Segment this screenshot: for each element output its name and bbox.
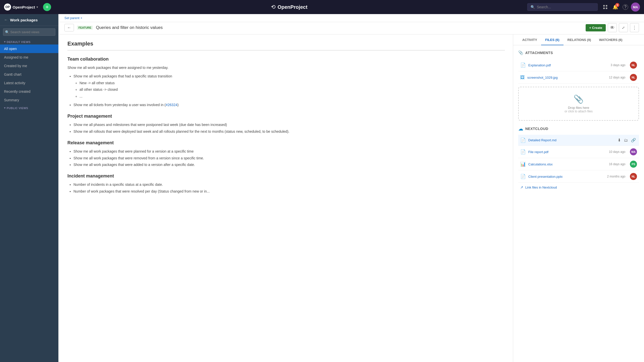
tab-activity[interactable]: ACTIVITY (518, 34, 541, 45)
header-actions: + Create 👁 ⤢ ⋮ (586, 23, 639, 32)
attachment-name-link[interactable]: screenshot_1029.jpg (527, 76, 607, 79)
grid-icon-button[interactable] (601, 3, 610, 12)
more-icon-button[interactable]: ⋮ (630, 23, 639, 32)
help-button[interactable]: ? (621, 3, 630, 12)
sidebar-section-label: PUBLIC VIEWS (7, 107, 28, 110)
help-icon: ? (623, 4, 628, 10)
search-icon: 🔍 (531, 5, 535, 9)
section-team-intro: Show me all work packages that were assi… (67, 65, 505, 70)
back-button[interactable]: ← (64, 24, 74, 31)
attachments-title: ATTACHMENTS (525, 51, 553, 55)
tab-files[interactable]: FILES (6) (541, 34, 563, 45)
list-item: New -> all other status (79, 80, 505, 86)
attachment-avatar: NL (630, 62, 637, 69)
collapse-icon: ▾ (4, 40, 6, 43)
nc-link-files-row[interactable]: ↗ Link files in Nextcloud (518, 183, 639, 192)
sidebar-search-icon: 🔍 (5, 30, 9, 34)
tab-relations[interactable]: RELATIONS (9) (564, 34, 595, 45)
wp-tabs: ACTIVITY FILES (6) RELATIONS (9) WATCHER… (513, 34, 644, 45)
section-incident-mgmt: Incident management (67, 173, 505, 179)
feature-badge: FEATURE (77, 26, 93, 30)
unlink-icon[interactable]: 🔗 (630, 137, 637, 143)
search-box[interactable]: 🔍 (527, 3, 598, 11)
sub-list: New -> all other status all other status… (79, 80, 505, 99)
folder-icon[interactable]: 🗂 (623, 138, 629, 143)
user-avatar[interactable]: MA (631, 3, 640, 12)
section-project-mgmt: Project management (67, 114, 505, 119)
ticket-link[interactable]: #26324 (166, 103, 177, 107)
sidebar-section-label: DEFAULT VIEWS (7, 40, 31, 43)
sidebar-item-all-open[interactable]: All open (0, 44, 58, 53)
attachments-header: 📎 ATTACHMENTS (518, 50, 639, 55)
nc-file-name-link[interactable]: File report.pdf (528, 150, 607, 154)
sidebar-item-latest-activity[interactable]: Latest activity (0, 79, 58, 87)
notification-button[interactable]: 🔔 9 (611, 3, 620, 12)
set-parent-link[interactable]: Set parent + (64, 16, 82, 20)
search-input[interactable] (537, 5, 594, 9)
tab-watchers[interactable]: WATCHERS (6) (595, 34, 626, 45)
sidebar-section-public-views[interactable]: ▾ PUBLIC VIEWS (0, 104, 58, 111)
sidebar-title: Work packages (10, 18, 38, 22)
attachment-time: 3 days ago (611, 63, 625, 67)
nc-file-avatar: NL (630, 173, 637, 180)
app-body: ← Work packages 🔍 ▾ DEFAULT VIEWS All op… (0, 14, 644, 362)
sidebar-item-summary[interactable]: Summary (0, 96, 58, 104)
team-collab-list: Show me all work packages that had a spe… (73, 73, 505, 108)
attachment-name-link[interactable]: Explanation.pdf (528, 63, 608, 67)
nc-file-row: 📄 Detailed Report.md ⬇ 🗂 🔗 (518, 135, 639, 146)
svg-rect-3 (606, 8, 607, 9)
sidebar-section-default-views[interactable]: ▾ DEFAULT VIEWS (0, 38, 58, 44)
grid-icon (603, 5, 608, 9)
list-item: Show me all work packages that were plan… (73, 149, 505, 154)
main-content: Set parent + ← FEATURE Queries and filte… (59, 14, 644, 362)
attachment-time: 12 days ago (609, 76, 625, 79)
sidebar-item-created-by-me[interactable]: Created by me (0, 62, 58, 70)
sidebar-search-input[interactable] (3, 28, 55, 36)
release-mgmt-list: Show me all work packages that were plan… (73, 149, 505, 167)
nc-file-name-link[interactable]: Client presentation.pptx (528, 175, 605, 178)
nc-file-name-link[interactable]: Detailed Report.md (528, 138, 614, 142)
list-item: Show me all work packages that had a spe… (73, 73, 505, 79)
download-icon[interactable]: ⬇ (617, 137, 622, 143)
img-icon: 🖼 (520, 75, 525, 80)
logo-text: OpenProject (277, 4, 307, 10)
nc-file-time: 16 days ago (609, 162, 625, 166)
wp-header: Set parent + (59, 14, 644, 22)
pdf-icon: 📄 (520, 62, 526, 68)
section-team-collaboration: Team collaboration (67, 57, 505, 62)
drop-zone-subtext: or click to attach files (526, 110, 631, 113)
nc-file-name-link[interactable]: Calculations.xlsx (528, 162, 607, 166)
sidebar-item-label: Latest activity (4, 81, 25, 85)
nc-file-row: 📄 File report.pdf 10 days ago MA (518, 146, 639, 158)
sidebar-item-recently-created[interactable]: Recently created (0, 87, 58, 96)
split-panel: Examples Team collaboration Show me all … (59, 34, 644, 362)
files-tab-content: 📎 ATTACHMENTS 📄 Explanation.pdf 3 days a… (513, 45, 644, 362)
list-item: Number of incidents in a specific status… (73, 182, 505, 187)
sidebar-item-assigned-to-me[interactable]: Assigned to me (0, 53, 58, 62)
list-item: Number of work packages that were resolv… (73, 189, 505, 194)
attachment-row: 📄 Explanation.pdf 3 days ago NL (518, 59, 639, 71)
wp-title: Queries and filter on historic values (96, 25, 163, 30)
svg-rect-1 (606, 5, 607, 7)
create-button[interactable]: + Create (586, 24, 606, 31)
content-section-title: Examples (67, 40, 505, 51)
nc-link-text: Link files in Nextcloud (525, 186, 557, 189)
topnav-center: ⟲ OpenProject (54, 4, 524, 10)
nc-file-avatar: PS (630, 161, 637, 168)
list-item: ... (79, 94, 505, 99)
expand-icon: ⤢ (622, 26, 625, 30)
drop-zone[interactable]: 📎 Drop files here or click to attach fil… (518, 87, 639, 121)
drop-zone-icon: 📎 (526, 94, 631, 104)
more-icon: ⋮ (632, 25, 637, 30)
add-button[interactable]: + (43, 3, 51, 11)
sidebar-item-label: Gantt chart (4, 72, 21, 76)
expand-icon-button[interactable]: ⤢ (619, 23, 628, 32)
sidebar-item-gantt-chart[interactable]: Gantt chart (0, 70, 58, 79)
drop-zone-text: Drop files here (526, 106, 631, 110)
sidebar-back-button[interactable]: ← (4, 18, 8, 22)
eye-icon: 👁 (610, 25, 615, 30)
view-icon-button[interactable]: 👁 (608, 23, 617, 32)
sidebar-search-wrap: 🔍 (3, 28, 55, 36)
brand[interactable]: OP OpenProject ▾ (4, 4, 38, 11)
sidebar-item-label: All open (4, 47, 17, 51)
